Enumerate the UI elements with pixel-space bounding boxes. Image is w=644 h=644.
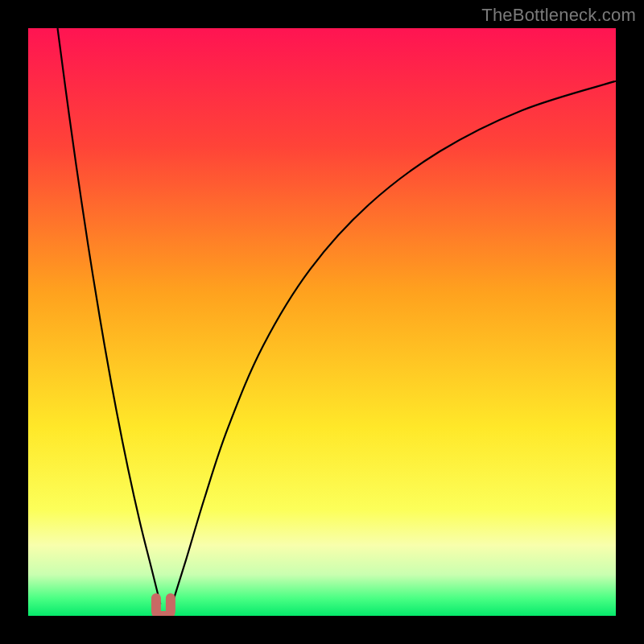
bottleneck-curves bbox=[28, 28, 616, 616]
plot-area bbox=[28, 28, 616, 616]
curve-left-branch bbox=[58, 28, 161, 604]
watermark-text: TheBottleneck.com bbox=[481, 5, 636, 26]
curve-right-branch bbox=[172, 81, 616, 605]
chart-frame: TheBottleneck.com bbox=[0, 0, 644, 644]
